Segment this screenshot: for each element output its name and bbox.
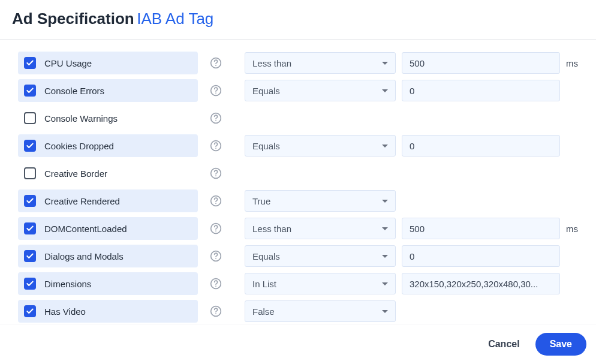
page-subtitle: IAB Ad Tag	[137, 10, 213, 28]
help-icon[interactable]	[209, 166, 223, 181]
operator-select-value: Less than	[252, 58, 291, 68]
operator-select[interactable]: Equals	[245, 135, 396, 157]
operator-select-value: Equals	[252, 141, 280, 151]
chevron-down-icon	[382, 282, 388, 285]
operator-select-value: Less than	[252, 224, 291, 234]
spec-row: Dialogs and ModalsEquals0	[18, 245, 584, 267]
value-input[interactable]: 0	[402, 245, 560, 267]
spec-row-label: Creative Border	[44, 169, 107, 179]
value-input[interactable]: 500	[402, 218, 560, 239]
chevron-down-icon	[382, 145, 388, 148]
spec-row: Creative RenderedTrue	[18, 189, 584, 212]
operator-select[interactable]: True	[245, 190, 396, 212]
value-input[interactable]: 320x150,320x250,320x480,30...	[402, 273, 560, 294]
checkbox[interactable]	[24, 250, 36, 262]
chevron-down-icon	[382, 310, 388, 313]
value-suffix: ms	[566, 224, 578, 234]
operator-select-value: Equals	[252, 86, 280, 96]
spec-row-label: Dimensions	[44, 279, 91, 289]
help-icon[interactable]	[209, 111, 223, 125]
spec-row-label: Console Warnings	[44, 113, 118, 124]
footer: Cancel Save	[0, 324, 596, 364]
help-icon[interactable]	[209, 304, 223, 318]
spec-row-toggle[interactable]: Has Video	[18, 300, 198, 323]
value-input-text: 0	[410, 86, 414, 96]
chevron-down-icon	[382, 200, 388, 203]
checkbox[interactable]	[24, 57, 36, 69]
spec-row-label: CPU Usage	[44, 58, 92, 68]
operator-select-value: True	[252, 196, 270, 206]
spec-row-toggle[interactable]: Creative Rendered	[18, 189, 198, 212]
checkbox[interactable]	[24, 305, 36, 317]
spec-row: Has VideoFalse	[18, 300, 584, 323]
help-icon[interactable]	[209, 276, 223, 291]
value-input-text: 500	[410, 224, 425, 234]
operator-select-value: False	[252, 306, 275, 317]
spec-row: Creative Border	[18, 162, 584, 185]
spec-row-toggle[interactable]: Cookies Dropped	[18, 134, 198, 157]
operator-select[interactable]: Equals	[245, 80, 396, 101]
spec-row-toggle[interactable]: Console Errors	[18, 79, 198, 102]
help-icon[interactable]	[209, 221, 223, 236]
chevron-down-icon	[382, 227, 388, 230]
operator-select-value: Equals	[252, 251, 280, 261]
header: Ad Specification IAB Ad Tag	[0, 0, 596, 40]
spec-row-toggle[interactable]: CPU Usage	[18, 52, 198, 74]
spec-row-label: DOMContentLoaded	[44, 224, 127, 234]
value-input[interactable]: 500	[402, 52, 560, 74]
spec-row-label: Console Errors	[44, 86, 104, 96]
help-icon[interactable]	[209, 249, 223, 263]
spec-row-label: Creative Rendered	[44, 196, 120, 206]
operator-select[interactable]: Less than	[245, 218, 396, 239]
checkbox[interactable]	[24, 167, 36, 179]
spec-row: Console Warnings	[18, 107, 584, 130]
help-icon[interactable]	[209, 139, 223, 153]
spec-row-toggle[interactable]: Dimensions	[18, 272, 198, 295]
operator-select[interactable]: Equals	[245, 245, 396, 267]
spec-row-toggle[interactable]: DOMContentLoaded	[18, 217, 198, 240]
spec-row-label: Has Video	[44, 306, 86, 317]
value-input-text: 0	[410, 141, 414, 151]
chevron-down-icon	[382, 255, 388, 258]
checkbox[interactable]	[24, 195, 36, 207]
value-input-text: 320x150,320x250,320x480,30...	[410, 279, 538, 289]
help-icon[interactable]	[209, 194, 223, 208]
help-icon[interactable]	[209, 56, 223, 70]
page-title: Ad Specification	[12, 10, 134, 28]
value-input[interactable]: 0	[402, 135, 560, 157]
checkbox[interactable]	[24, 112, 36, 124]
checkbox[interactable]	[24, 85, 36, 97]
chevron-down-icon	[382, 89, 388, 92]
spec-row-label: Dialogs and Modals	[44, 251, 124, 261]
spec-row: Cookies DroppedEquals0	[18, 134, 584, 157]
operator-select[interactable]: False	[245, 300, 396, 322]
checkbox[interactable]	[24, 140, 36, 152]
spec-row: DimensionsIn List320x150,320x250,320x480…	[18, 272, 584, 295]
operator-select[interactable]: Less than	[245, 52, 396, 74]
value-input-text: 0	[410, 251, 414, 261]
operator-select-value: In List	[252, 279, 276, 289]
value-suffix: ms	[566, 58, 578, 68]
operator-select[interactable]: In List	[245, 273, 396, 294]
spec-row-toggle[interactable]: Creative Border	[18, 162, 198, 185]
spec-row-toggle[interactable]: Dialogs and Modals	[18, 245, 198, 267]
spec-list: CPU UsageLess than500msConsole ErrorsEqu…	[0, 40, 596, 324]
cancel-button[interactable]: Cancel	[477, 333, 530, 356]
spec-row: Console ErrorsEquals0	[18, 79, 584, 102]
spec-row-label: Cookies Dropped	[44, 141, 114, 151]
checkbox[interactable]	[24, 222, 36, 234]
spec-row-toggle[interactable]: Console Warnings	[18, 107, 198, 130]
value-input[interactable]: 0	[402, 80, 560, 101]
spec-row: DOMContentLoadedLess than500ms	[18, 217, 584, 240]
checkbox[interactable]	[24, 278, 36, 290]
help-icon[interactable]	[209, 83, 223, 98]
spec-row: CPU UsageLess than500ms	[18, 52, 584, 74]
save-button[interactable]: Save	[535, 333, 586, 356]
chevron-down-icon	[382, 62, 388, 65]
value-input-text: 500	[410, 58, 425, 68]
